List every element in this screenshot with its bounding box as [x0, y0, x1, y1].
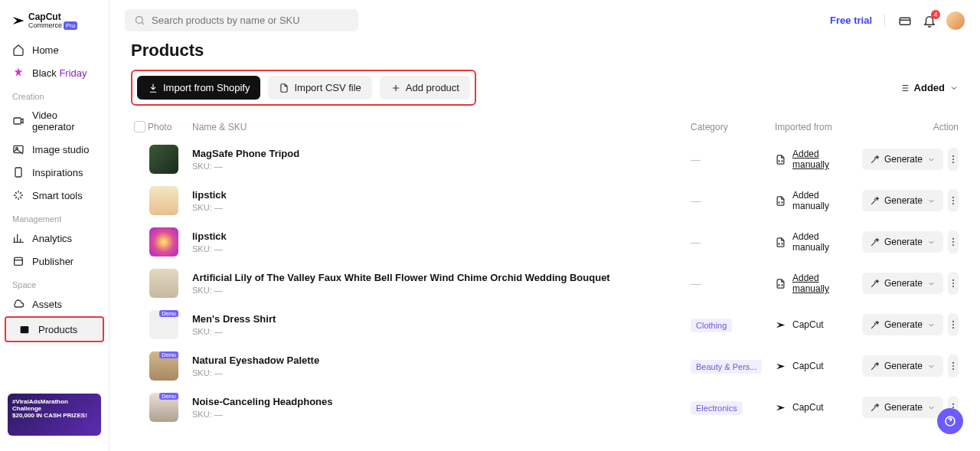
capcut-icon: [775, 361, 786, 372]
sidebar-item-products[interactable]: Products: [6, 318, 103, 341]
dots-icon: [948, 319, 959, 330]
chevron-down-icon: [949, 83, 959, 93]
more-button[interactable]: [948, 148, 959, 171]
dots-icon: [948, 154, 959, 165]
product-name[interactable]: Noise-Canceling Headphones: [192, 396, 691, 407]
sidebar-item-black-friday[interactable]: Black Friday: [0, 61, 109, 84]
product-sku: SKU: —: [192, 162, 691, 171]
svg-point-22: [952, 327, 954, 328]
sidebar-item-publisher[interactable]: Publisher: [0, 250, 109, 273]
generate-button[interactable]: Generate: [862, 190, 943, 211]
product-thumbnail[interactable]: [149, 227, 178, 257]
help-fab[interactable]: [937, 408, 963, 434]
table-row: Demo Men's Dress Shirt SKU: — Clothing C…: [131, 304, 959, 345]
imported-from: CapCut: [775, 402, 867, 413]
svg-point-15: [952, 241, 954, 243]
product-name[interactable]: lipstick: [192, 230, 691, 242]
sparkle-icon: [12, 189, 24, 201]
import-csv-button[interactable]: Import CSV file: [268, 76, 371, 100]
brand-name: CapCut: [28, 12, 77, 21]
dots-icon: [948, 278, 959, 289]
search-input[interactable]: [152, 15, 349, 26]
more-button[interactable]: [948, 355, 959, 377]
user-avatar[interactable]: [946, 11, 965, 30]
notifications-button[interactable]: 4: [922, 13, 937, 28]
product-rows: MagSafe Phone Tripod SKU: — — Added manu…: [131, 139, 959, 428]
import-shopify-button[interactable]: Import from Shopify: [137, 76, 260, 100]
imported-from: Added manually: [775, 190, 867, 212]
wand-icon: [870, 196, 880, 206]
svg-point-17: [952, 279, 954, 281]
more-button[interactable]: [948, 313, 959, 336]
product-thumbnail[interactable]: [149, 186, 178, 215]
imported-from: CapCut: [775, 319, 867, 331]
svg-point-14: [952, 238, 954, 240]
generate-button[interactable]: Generate: [862, 231, 943, 253]
product-name[interactable]: lipstick: [192, 189, 691, 201]
doc-icon: [775, 195, 786, 207]
sidebar-item-inspirations[interactable]: Inspirations: [0, 161, 109, 184]
free-trial-link[interactable]: Free trial: [830, 15, 872, 26]
topbar: Free trial 4: [109, 0, 980, 38]
product-name[interactable]: Men's Dress Shirt: [192, 313, 691, 325]
generate-button[interactable]: Generate: [862, 149, 943, 170]
sidebar-item-assets[interactable]: Assets: [0, 292, 109, 315]
svg-point-18: [952, 283, 954, 284]
sidebar-item-video-generator[interactable]: Video generator: [0, 104, 109, 138]
table-header: Photo Name & SKU Category Imported from …: [131, 115, 959, 139]
svg-point-26: [952, 404, 954, 405]
product-thumbnail[interactable]: Demo: [149, 310, 178, 339]
more-button[interactable]: [948, 189, 959, 212]
sidebar-item-image-studio[interactable]: Image studio: [0, 138, 109, 161]
imported-from: CapCut: [775, 361, 867, 372]
search-box[interactable]: [125, 9, 358, 31]
product-name[interactable]: MagSafe Phone Tripod: [192, 148, 691, 159]
generate-button[interactable]: Generate: [862, 314, 943, 335]
actions-highlight: Import from Shopify Import CSV file Add …: [131, 70, 476, 106]
product-thumbnail[interactable]: [149, 269, 178, 298]
wand-icon: [870, 155, 880, 165]
svg-point-13: [952, 203, 954, 204]
wallet-button[interactable]: [897, 13, 913, 28]
wand-icon: [870, 320, 880, 330]
product-sku: SKU: —: [192, 327, 691, 336]
wand-icon: [870, 279, 880, 289]
more-button[interactable]: [948, 230, 959, 253]
generate-button[interactable]: Generate: [862, 355, 943, 377]
doc-icon: [775, 154, 786, 165]
promo-banner[interactable]: #ViralAdsMarathon Challenge $20,000 IN C…: [8, 394, 101, 436]
video-icon: [12, 115, 24, 127]
table-row: MagSafe Phone Tripod SKU: — — Added manu…: [131, 139, 959, 180]
brand-logo[interactable]: CapCut CommercePro: [0, 8, 109, 38]
add-product-button[interactable]: Add product: [380, 76, 470, 100]
product-name[interactable]: Natural Eyeshadow Palette: [192, 355, 691, 366]
capcut-logo-icon: [11, 13, 26, 28]
svg-point-20: [952, 321, 954, 322]
product-thumbnail[interactable]: Demo: [149, 351, 178, 381]
sidebar-item-home[interactable]: Home: [0, 38, 109, 61]
tag-icon: [12, 67, 24, 79]
product-thumbnail[interactable]: Demo: [149, 393, 178, 422]
product-thumbnail[interactable]: [149, 145, 178, 174]
product-sku: SKU: —: [192, 368, 691, 377]
chevron-down-icon: [927, 279, 936, 288]
generate-button[interactable]: Generate: [862, 397, 943, 418]
category-badge: Electronics: [691, 401, 743, 415]
category-badge: Beauty & Pers...: [691, 360, 762, 374]
sort-button[interactable]: Added: [899, 82, 959, 93]
select-all-checkbox[interactable]: [134, 121, 145, 132]
wand-icon: [870, 361, 880, 371]
svg-rect-0: [14, 118, 21, 124]
svg-point-9: [952, 159, 954, 160]
more-button[interactable]: [948, 272, 959, 295]
section-space: Space: [0, 273, 109, 292]
sidebar-item-smart-tools[interactable]: Smart tools: [0, 184, 109, 207]
notif-badge: 4: [931, 10, 940, 19]
product-name[interactable]: Artificial Lily of The Valley Faux White…: [192, 272, 691, 283]
svg-rect-3: [15, 168, 21, 177]
generate-button[interactable]: Generate: [862, 273, 943, 294]
sidebar-item-analytics[interactable]: Analytics: [0, 227, 109, 250]
svg-point-6: [136, 17, 143, 24]
download-icon: [148, 83, 158, 93]
chevron-down-icon: [927, 155, 936, 164]
